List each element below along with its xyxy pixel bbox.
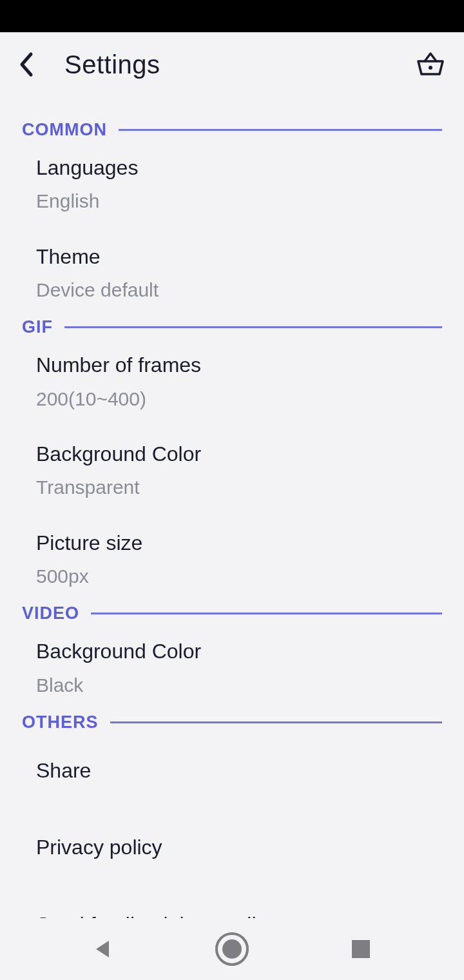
setting-title: Privacy policy xyxy=(36,834,464,861)
section-header-common: COMMON xyxy=(0,120,464,140)
setting-theme[interactable]: Theme Device default xyxy=(0,229,464,318)
setting-gif-frames[interactable]: Number of frames 200(10~400) xyxy=(0,337,464,426)
system-navigation-bar xyxy=(0,918,464,980)
basket-button[interactable] xyxy=(415,49,446,80)
setting-title: Background Color xyxy=(36,440,464,468)
setting-title: Picture size xyxy=(36,529,464,557)
setting-title: Theme xyxy=(36,243,464,271)
section-label: OTHERS xyxy=(22,712,99,732)
section-label: COMMON xyxy=(22,120,107,140)
setting-value: 500px xyxy=(36,564,464,590)
setting-value: 200(10~400) xyxy=(36,386,464,413)
square-recent-icon xyxy=(352,940,370,958)
back-button[interactable] xyxy=(18,49,49,80)
triangle-back-icon xyxy=(92,938,114,960)
section-header-gif: GIF xyxy=(0,317,464,337)
setting-share[interactable]: Share xyxy=(0,732,464,809)
svg-point-0 xyxy=(429,66,432,70)
setting-value: Device default xyxy=(36,277,464,304)
section-label: GIF xyxy=(22,317,53,337)
nav-home-button[interactable] xyxy=(206,923,258,975)
setting-gif-bgcolor[interactable]: Background Color Transparent xyxy=(0,426,464,515)
chevron-left-icon xyxy=(18,52,35,77)
basket-icon xyxy=(416,50,445,79)
setting-title: Send feedback by email xyxy=(36,911,464,919)
section-divider xyxy=(110,721,442,723)
setting-title: Number of frames xyxy=(36,351,464,379)
setting-send-feedback[interactable]: Send feedback by email xyxy=(0,887,464,919)
setting-title: Background Color xyxy=(36,638,464,665)
section-header-others: OTHERS xyxy=(0,712,464,732)
nav-recent-button[interactable] xyxy=(335,923,387,975)
settings-screen: Settings COMMON Languages English Theme … xyxy=(0,32,464,918)
setting-title: Share xyxy=(36,757,464,785)
nav-back-button[interactable] xyxy=(77,923,129,975)
section-divider xyxy=(91,612,442,614)
setting-languages[interactable]: Languages English xyxy=(0,140,464,229)
toolbar: Settings xyxy=(0,32,464,93)
setting-video-bgcolor[interactable]: Background Color Black xyxy=(0,623,464,712)
status-bar xyxy=(0,0,464,32)
circle-home-icon xyxy=(215,932,249,966)
setting-value: Transparent xyxy=(36,475,464,501)
section-label: VIDEO xyxy=(22,603,79,623)
section-divider xyxy=(64,326,442,328)
setting-value: English xyxy=(36,188,464,215)
setting-title: Languages xyxy=(36,154,464,182)
page-title: Settings xyxy=(64,50,160,79)
setting-gif-picsize[interactable]: Picture size 500px xyxy=(0,515,464,604)
settings-list: COMMON Languages English Theme Device de… xyxy=(0,93,464,918)
setting-privacy-policy[interactable]: Privacy policy xyxy=(0,809,464,886)
section-header-video: VIDEO xyxy=(0,603,464,623)
setting-value: Black xyxy=(36,672,464,699)
section-divider xyxy=(119,129,442,131)
